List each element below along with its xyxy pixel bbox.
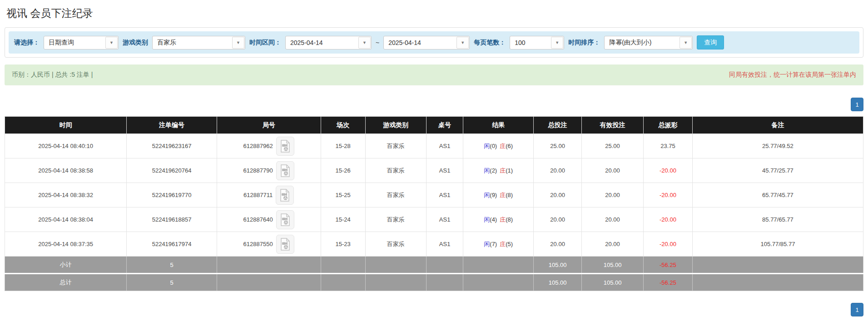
chevron-down-icon[interactable]: ▼ bbox=[680, 37, 692, 49]
round-id-text: 612887640 bbox=[243, 216, 273, 223]
cell-game-type: 百家乐 bbox=[365, 158, 426, 183]
date-range-separator: ~ bbox=[376, 39, 379, 46]
result-player-label: 闲 bbox=[484, 192, 490, 198]
cell-total-bet[interactable]: 25.00 bbox=[534, 134, 582, 158]
cell-result: 闲(9)庄(8) bbox=[463, 183, 534, 207]
cell-remark: 85.77/65.77 bbox=[692, 207, 863, 232]
chevron-down-icon[interactable]: ▼ bbox=[358, 37, 371, 49]
header-valid-bet: 有效投注 bbox=[582, 117, 644, 134]
time-sort-value: 降幂(由大到小) bbox=[605, 39, 679, 47]
table-row: 2025-04-14 08:38:58 522419620764 6128877… bbox=[5, 158, 863, 183]
cell-result: 闲(4)庄(8) bbox=[463, 207, 534, 232]
header-payout: 总派彩 bbox=[644, 117, 693, 134]
search-button[interactable]: 查询 bbox=[697, 35, 724, 49]
video-replay-button[interactable] bbox=[276, 210, 294, 229]
chevron-down-icon[interactable]: ▼ bbox=[232, 37, 244, 49]
header-total-bet: 总投注 bbox=[534, 117, 582, 134]
page-size-label: 每页笔数： bbox=[474, 39, 506, 47]
page-size-value: 100 bbox=[510, 39, 551, 46]
table-row: 2025-04-14 08:40:10 522419623167 6128879… bbox=[5, 134, 863, 158]
footer-count: 5 bbox=[127, 257, 217, 274]
page-size-select[interactable]: 100 ▼ bbox=[510, 36, 564, 49]
cell-total-bet[interactable]: 20.00 bbox=[534, 207, 582, 232]
cell-valid-bet: 20.00 bbox=[582, 232, 644, 257]
betting-records-table: 时间 注单编号 局号 场次 游戏类别 桌号 结果 总投注 有效投注 总派彩 备注… bbox=[5, 116, 863, 291]
cell-payout: -20.00 bbox=[644, 183, 693, 207]
time-range-label: 时间区间： bbox=[249, 39, 281, 47]
footer-label: 小计 bbox=[5, 257, 127, 274]
query-type-label: 请选择： bbox=[14, 39, 40, 47]
chevron-down-icon[interactable]: ▼ bbox=[105, 37, 118, 49]
cell-remark: 45.77/25.77 bbox=[692, 158, 863, 183]
video-file-icon bbox=[280, 140, 291, 153]
result-player-score: (7) bbox=[490, 241, 497, 247]
query-type-value: 日期查询 bbox=[44, 39, 105, 47]
cell-round-id: 612887711 bbox=[217, 183, 321, 207]
filter-bar: 请选择： 日期查询 ▼ 游戏类别 百家乐 ▼ 时间区间： 2025-04-14 … bbox=[9, 31, 859, 54]
chevron-down-icon[interactable]: ▼ bbox=[551, 37, 563, 49]
cell-bet-id: 522419620764 bbox=[127, 158, 217, 183]
query-type-select[interactable]: 日期查询 ▼ bbox=[44, 36, 119, 49]
cell-payout: 23.75 bbox=[644, 134, 693, 158]
cell-time: 2025-04-14 08:40:10 bbox=[5, 134, 127, 158]
round-id-text: 612887962 bbox=[243, 143, 273, 149]
game-type-select[interactable]: 百家乐 ▼ bbox=[152, 36, 245, 49]
cell-valid-bet: 20.00 bbox=[582, 207, 644, 232]
video-replay-button[interactable] bbox=[276, 161, 294, 180]
cell-round-id: 612887550 bbox=[217, 232, 321, 257]
cell-payout: -20.00 bbox=[644, 158, 693, 183]
footer-payout: -56.25 bbox=[644, 274, 693, 291]
footer-payout: -56.25 bbox=[644, 257, 693, 274]
footer-valid-bet: 105.00 bbox=[582, 274, 644, 291]
filter-panel: 请选择： 日期查询 ▼ 游戏类别 百家乐 ▼ 时间区间： 2025-04-14 … bbox=[5, 27, 863, 58]
footer-count: 5 bbox=[127, 274, 217, 291]
subtotal-row: 小计 5 105.00 105.00 -56.25 bbox=[5, 257, 863, 274]
notice-text: 同局有效投注，统一计算在该局第一张注单内 bbox=[729, 71, 856, 79]
cell-game-type: 百家乐 bbox=[365, 134, 426, 158]
video-file-icon bbox=[280, 164, 291, 177]
pagination-top: 1 bbox=[5, 98, 863, 111]
cell-game-type: 百家乐 bbox=[365, 183, 426, 207]
result-player-label: 闲 bbox=[484, 241, 490, 247]
video-file-icon bbox=[280, 213, 291, 226]
table-row: 2025-04-14 08:38:04 522419618857 6128876… bbox=[5, 207, 863, 232]
video-replay-button[interactable] bbox=[276, 235, 294, 254]
date-from-value: 2025-04-14 bbox=[286, 39, 358, 46]
result-banker-score: (6) bbox=[506, 143, 513, 149]
date-to-select[interactable]: 2025-04-14 ▼ bbox=[383, 36, 470, 49]
header-remark: 备注 bbox=[692, 117, 863, 134]
footer-empty-cell bbox=[217, 257, 321, 274]
cell-total-bet[interactable]: 20.00 bbox=[534, 232, 582, 257]
cell-payout: -20.00 bbox=[644, 207, 693, 232]
footer-empty-cell bbox=[692, 257, 863, 274]
cell-session: 15-26 bbox=[321, 158, 365, 183]
cell-time: 2025-04-14 08:38:58 bbox=[5, 158, 127, 183]
video-replay-button[interactable] bbox=[276, 186, 294, 205]
header-session: 场次 bbox=[321, 117, 365, 134]
cell-table-no: AS1 bbox=[426, 207, 463, 232]
cell-valid-bet: 20.00 bbox=[582, 158, 644, 183]
cell-total-bet[interactable]: 20.00 bbox=[534, 158, 582, 183]
summary-bar: 币别：人民币 | 总共 :5 注单 | 同局有效投注，统一计算在该局第一张注单内 bbox=[5, 64, 863, 85]
total-row: 总计 5 105.00 105.00 -56.25 bbox=[5, 274, 863, 291]
header-game-type: 游戏类别 bbox=[365, 117, 426, 134]
cell-game-type: 百家乐 bbox=[365, 232, 426, 257]
time-sort-label: 时间排序： bbox=[568, 39, 600, 47]
video-replay-button[interactable] bbox=[276, 137, 294, 156]
page-button-1[interactable]: 1 bbox=[851, 303, 863, 316]
cell-remark: 65.77/45.77 bbox=[692, 183, 863, 207]
cell-bet-id: 522419619770 bbox=[127, 183, 217, 207]
header-time: 时间 bbox=[5, 117, 127, 134]
round-id-text: 612887550 bbox=[243, 241, 273, 247]
cell-bet-id: 522419617974 bbox=[127, 232, 217, 257]
result-player-score: (0) bbox=[490, 143, 497, 149]
game-type-label: 游戏类别 bbox=[123, 39, 148, 47]
chevron-down-icon[interactable]: ▼ bbox=[456, 37, 469, 49]
date-from-select[interactable]: 2025-04-14 ▼ bbox=[285, 36, 372, 49]
cell-total-bet[interactable]: 20.00 bbox=[534, 183, 582, 207]
page-button-1[interactable]: 1 bbox=[851, 98, 863, 111]
result-banker-label: 庄 bbox=[500, 192, 506, 198]
cell-table-no: AS1 bbox=[426, 183, 463, 207]
time-sort-select[interactable]: 降幂(由大到小) ▼ bbox=[604, 36, 693, 49]
result-banker-label: 庄 bbox=[500, 216, 506, 223]
